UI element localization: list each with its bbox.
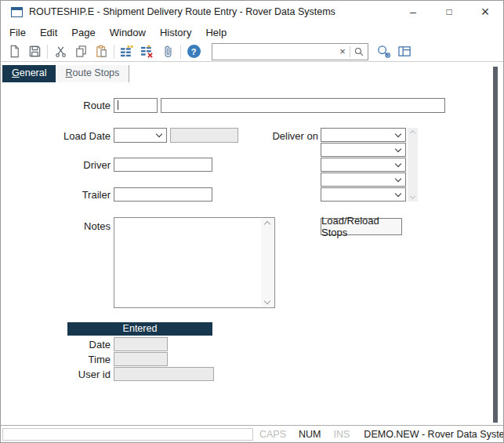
entered-time-input <box>114 353 167 365</box>
tab-route-stops-label: R <box>65 67 72 78</box>
copy-icon <box>74 45 88 58</box>
tab-general[interactable]: General <box>2 65 56 82</box>
notes-field[interactable] <box>114 217 275 308</box>
entered-date-input <box>114 338 167 350</box>
num-indicator: NUM <box>292 429 327 440</box>
scroll-up-icon[interactable] <box>408 131 418 135</box>
scroll-down-icon[interactable] <box>261 299 274 303</box>
toolbar-separator <box>114 45 114 59</box>
ins-indicator: INS <box>328 429 357 440</box>
toolbar-search: × <box>212 43 368 60</box>
attachment-button[interactable] <box>158 43 178 60</box>
deliver-on-combo-2[interactable] <box>321 143 406 157</box>
load-reload-stops-button[interactable]: Load/Reload Stops <box>321 218 402 235</box>
menu-page[interactable]: Page <box>64 24 102 41</box>
entered-userid-label: User id <box>16 369 111 380</box>
close-button[interactable]: × <box>467 1 503 23</box>
status-bar: CAPS NUM INS DEMO.NEW - Rover Data Syste… <box>1 425 503 442</box>
menu-file[interactable]: File <box>2 24 33 41</box>
toolbar-separator <box>180 45 181 59</box>
trailer-field[interactable] <box>114 187 212 202</box>
search-icon[interactable] <box>350 46 368 57</box>
status-context: DEMO.NEW - Rover Data Systems <box>359 429 504 440</box>
toolbar-separator <box>47 45 48 59</box>
notes-scrollbar[interactable] <box>261 219 274 307</box>
load-date-label: Load Date <box>16 130 111 142</box>
entered-time-label: Time <box>16 354 111 365</box>
entered-userid-field <box>114 367 214 381</box>
layout-button[interactable] <box>394 43 415 60</box>
route-label: Route <box>16 100 111 111</box>
chevron-down-icon <box>395 191 401 197</box>
app-icon <box>11 7 23 17</box>
toolbar: ? × <box>1 42 503 62</box>
deliver-on-combo-5[interactable] <box>321 187 406 202</box>
delete-rows-button[interactable] <box>137 43 158 60</box>
search-input[interactable] <box>212 45 335 59</box>
menu-edit[interactable]: Edit <box>33 24 64 41</box>
status-message-panel <box>2 428 253 441</box>
menu-window[interactable]: Window <box>103 24 153 41</box>
layout-table-icon <box>397 45 412 58</box>
load-rows-button[interactable] <box>117 43 137 60</box>
driver-input[interactable] <box>114 158 212 171</box>
window-title: ROUTESHIP.E - Shipment Delivery Route En… <box>29 6 335 17</box>
menu-history[interactable]: History <box>153 24 198 41</box>
entered-section-header: Entered <box>67 322 212 336</box>
scroll-down-icon[interactable] <box>408 194 418 198</box>
trailer-label: Trailer <box>16 189 111 201</box>
deliver-on-label: Deliver on <box>224 130 318 142</box>
menu-bar: File Edit Page Window History Help <box>1 23 503 42</box>
tab-route-stops-label-rest: oute Stops <box>73 67 120 78</box>
text-caret <box>118 100 118 110</box>
chevron-down-icon <box>395 176 401 182</box>
deliver-on-scrollbar[interactable] <box>408 128 418 202</box>
tab-general-label: G <box>12 67 20 78</box>
new-button[interactable] <box>4 43 24 60</box>
menu-help[interactable]: Help <box>198 24 234 41</box>
help-icon: ? <box>187 45 201 58</box>
route-name-input[interactable] <box>161 99 444 112</box>
entered-time-field <box>114 352 168 366</box>
cut-button[interactable] <box>50 43 71 60</box>
new-document-icon <box>8 45 21 58</box>
chevron-down-icon <box>156 131 162 137</box>
load-date-combo[interactable] <box>114 128 167 143</box>
route-code-input[interactable] <box>114 99 157 112</box>
chevron-down-icon <box>395 161 401 167</box>
driver-field[interactable] <box>114 158 212 172</box>
find-user-icon <box>376 45 392 59</box>
maximize-button[interactable]: □ <box>431 1 467 23</box>
deliver-on-combo-1[interactable] <box>321 128 406 142</box>
chevron-down-icon <box>395 131 401 137</box>
entered-date-label: Date <box>16 339 111 350</box>
search-clear-icon[interactable]: × <box>335 45 350 57</box>
notes-label: Notes <box>16 220 111 232</box>
deliver-on-combo-3[interactable] <box>321 158 406 172</box>
paperclip-icon <box>161 45 175 58</box>
deliver-on-combo-4[interactable] <box>321 172 406 187</box>
paste-button[interactable] <box>91 43 111 60</box>
chevron-down-icon <box>395 146 401 152</box>
save-button[interactable] <box>24 43 45 60</box>
find-user-button[interactable] <box>374 43 394 60</box>
maximize-icon: □ <box>446 6 451 17</box>
cut-icon <box>54 45 67 58</box>
title-bar: ROUTESHIP.E - Shipment Delivery Route En… <box>1 1 503 23</box>
delete-rows-grid-icon <box>140 45 154 58</box>
minimize-button[interactable]: – <box>395 1 431 23</box>
tab-bar: General Route Stops <box>1 62 503 82</box>
tab-route-stops[interactable]: Route Stops <box>56 65 129 82</box>
scroll-up-icon[interactable] <box>261 222 274 227</box>
copy-button[interactable] <box>71 43 91 60</box>
app-window: ROUTESHIP.E - Shipment Delivery Route En… <box>0 0 504 443</box>
route-name-field[interactable] <box>161 98 445 113</box>
tab-general-label-rest: eneral <box>20 67 47 78</box>
route-code-field[interactable] <box>114 98 158 113</box>
child-window-edge <box>493 67 498 423</box>
entered-userid-input <box>114 368 213 380</box>
caps-indicator: CAPS <box>253 429 292 440</box>
close-icon: × <box>481 4 490 20</box>
trailer-input[interactable] <box>114 188 212 201</box>
help-button[interactable]: ? <box>183 43 204 60</box>
